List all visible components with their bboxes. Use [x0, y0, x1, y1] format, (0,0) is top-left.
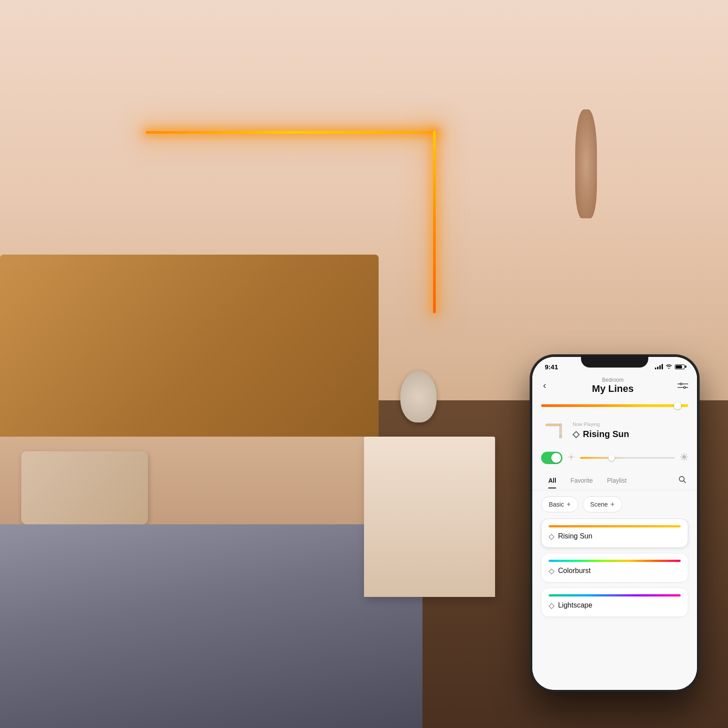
- phone-mockup: 9:41: [531, 355, 699, 692]
- scene-color-bar-rising-sun: [549, 525, 681, 527]
- svg-line-22: [682, 454, 682, 455]
- scene-color-bar-colorburst: [549, 560, 681, 562]
- scene-drop-icon-colorburst: ◇: [549, 566, 554, 576]
- scene-drop-icon: ◇: [549, 532, 554, 541]
- scene-color-bar-lightscape: [549, 594, 681, 596]
- pillow: [21, 451, 148, 524]
- svg-line-27: [684, 481, 685, 483]
- search-button[interactable]: [677, 471, 688, 490]
- scene-card-lightscape[interactable]: ◇ Lightscape: [541, 588, 688, 617]
- filter-icon: [678, 381, 688, 390]
- now-playing-scene-name: Rising Sun: [583, 429, 629, 439]
- phone-screen: 9:41: [532, 357, 697, 690]
- phone-frame: 9:41: [531, 355, 699, 692]
- scene-add-icon: +: [611, 500, 615, 508]
- scene-card-rising-sun[interactable]: ◇ Rising Sun: [541, 519, 688, 548]
- blanket: [0, 524, 422, 728]
- toggle-thumb: [551, 453, 561, 463]
- svg-point-12: [570, 456, 573, 458]
- color-slider-container: [532, 400, 697, 416]
- scene-name-row-colorburst: ◇ Colorburst: [549, 566, 681, 576]
- brightness-low-icon: [568, 453, 575, 462]
- scene-card-colorburst[interactable]: ◇ Colorburst: [541, 553, 688, 582]
- scene-name-row: ◇ Rising Sun: [549, 532, 681, 541]
- status-icons: [655, 364, 685, 370]
- svg-rect-7: [546, 424, 561, 426]
- svg-line-24: [686, 454, 687, 455]
- svg-line-25: [682, 459, 682, 460]
- header-subtitle: Bedroom: [548, 377, 678, 383]
- scene-name-colorburst: Colorburst: [558, 567, 591, 575]
- power-toggle[interactable]: [541, 452, 562, 464]
- wifi-icon: [666, 364, 672, 370]
- scene-preview-row: Now Playing ◇ Rising Sun: [532, 416, 697, 448]
- filter-button[interactable]: [678, 381, 688, 390]
- led-strip-vertical: [433, 131, 436, 313]
- svg-line-23: [686, 459, 687, 460]
- brightness-slider[interactable]: [580, 457, 675, 459]
- scene-drop-icon-lightscape: ◇: [549, 601, 554, 610]
- color-slider-bar[interactable]: [541, 404, 688, 407]
- scene-name-rising-sun: Rising Sun: [558, 532, 592, 540]
- toggle-row: [532, 448, 697, 471]
- phone-notch: [581, 355, 648, 368]
- scene-list: ◇ Rising Sun ◇ Colorburst: [532, 519, 697, 689]
- now-playing-name: ◇ Rising Sun: [573, 429, 688, 439]
- led-strip-horizontal: [146, 131, 437, 134]
- tab-all[interactable]: All: [541, 472, 563, 488]
- brightness-high-icon: [680, 453, 688, 463]
- app-header: ‹ Bedroom My Lines: [532, 373, 697, 400]
- tab-favorite[interactable]: Favorite: [563, 472, 600, 488]
- back-button[interactable]: ‹: [541, 378, 548, 393]
- light-strip-preview: [541, 418, 565, 443]
- nightstand: [364, 437, 495, 597]
- color-slider-thumb[interactable]: [674, 402, 681, 409]
- svg-point-11: [559, 435, 562, 438]
- scene-category-button[interactable]: Scene +: [583, 496, 622, 512]
- vase: [575, 109, 597, 219]
- app-content: ‹ Bedroom My Lines: [532, 373, 697, 689]
- battery-fill: [676, 365, 682, 368]
- header-title-area: Bedroom My Lines: [548, 377, 678, 395]
- bed: [0, 437, 422, 728]
- tabs-row: All Favorite Playlist: [532, 471, 697, 490]
- basic-add-icon: +: [566, 500, 570, 508]
- scene-name-lightscape: Lightscape: [558, 601, 592, 609]
- brightness-thumb[interactable]: [608, 455, 615, 461]
- basic-category-button[interactable]: Basic +: [541, 496, 578, 512]
- header-title: My Lines: [548, 383, 678, 395]
- scene-name-row-lightscape: ◇ Lightscape: [549, 601, 681, 610]
- tab-playlist[interactable]: Playlist: [600, 472, 634, 488]
- drop-icon: ◇: [573, 429, 579, 439]
- now-playing-area: Now Playing ◇ Rising Sun: [573, 422, 688, 439]
- battery-icon: [675, 364, 685, 369]
- now-playing-label: Now Playing: [573, 422, 688, 427]
- svg-point-17: [682, 455, 686, 459]
- search-icon: [678, 476, 686, 484]
- signal-icon: [655, 364, 663, 369]
- status-time: 9:41: [545, 363, 558, 371]
- smart-speaker: [400, 371, 437, 422]
- category-row: Basic + Scene +: [532, 490, 697, 519]
